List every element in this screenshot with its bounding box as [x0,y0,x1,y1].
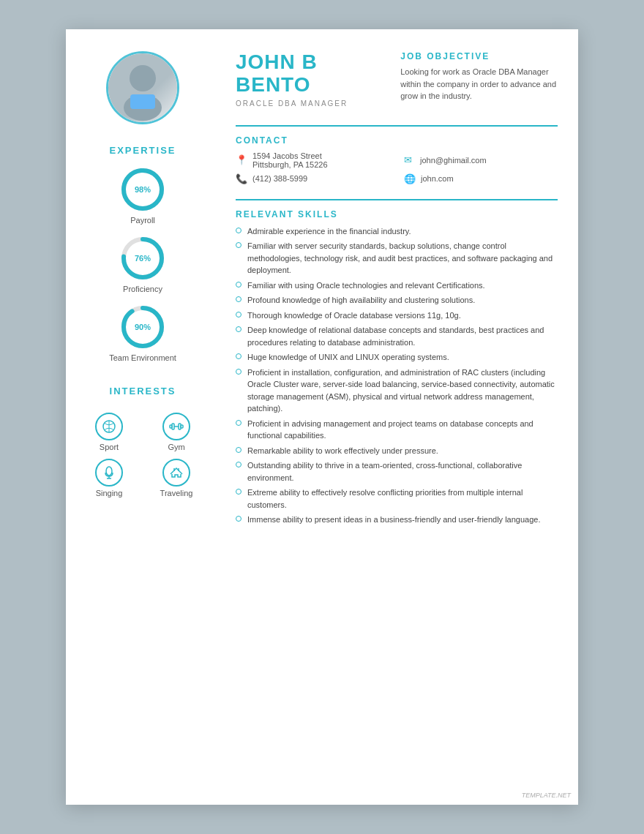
skills-divider [236,199,558,200]
bullet-icon [236,447,242,453]
expertise-team: 90% Team Environment [109,304,176,362]
left-column: EXPERTISE 98% Payroll [66,29,220,805]
resume-header: JOHN B BENTO ORACLE DBA MANAGER JOB OBJE… [236,51,558,108]
list-item: Thorough knowledge of Oracle database ve… [236,309,558,322]
name-block: JOHN B BENTO ORACLE DBA MANAGER [236,51,378,108]
skill-text: Familiar with server security standards,… [247,240,558,277]
donut-proficiency: 76% [119,235,166,282]
contact-title: CONTACT [236,135,558,146]
bullet-icon [236,282,242,288]
watermark: TEMPLATE.NET [522,792,571,799]
svg-rect-12 [172,424,174,429]
avatar-image [108,53,177,122]
interest-traveling: Traveling [146,459,206,497]
list-item: Extreme ability to effectively resolve c… [236,487,558,511]
skill-text: Deep knowledge of relational database co… [247,324,558,348]
website-text: john.com [421,174,454,183]
payroll-percent: 98% [135,185,151,194]
objective-block: JOB OBJECTIVE Looking for work as Oracle… [400,51,558,102]
contact-website: 🌐 john.com [404,173,558,184]
email-icon: ✉ [404,154,415,165]
gym-icon [162,413,190,440]
bullet-icon [236,369,242,375]
team-label: Team Environment [109,353,176,362]
expertise-list: 98% Payroll 76% Proficiency [79,166,206,362]
location-icon: 📍 [236,154,247,165]
interests-grid: Sport Gym [79,413,206,497]
contact-divider [236,125,558,127]
donut-team: 90% [119,304,166,350]
list-item: Immense ability to present ideas in a bu… [236,514,558,526]
skill-text: Thorough knowledge of Oracle database ve… [247,309,461,322]
svg-point-0 [130,65,156,91]
interests-title: INTERESTS [110,386,176,397]
skill-text: Immense ability to present ideas in a bu… [247,514,541,526]
bullet-icon [236,296,242,302]
skill-text: Extreme ability to effectively resolve c… [247,487,558,511]
contact-grid: 📍 1594 Jacobs Street Pittsburgh, PA 1522… [236,151,558,184]
skill-text: Profound knowledge of high availability … [247,294,475,307]
list-item: Proficient in advising management and pr… [236,418,558,442]
list-item: Profound knowledge of high availability … [236,294,558,307]
skill-text: Remarkable ability to work effectively u… [247,445,438,457]
right-column: JOHN B BENTO ORACLE DBA MANAGER JOB OBJE… [220,29,578,805]
proficiency-label: Proficiency [123,285,162,293]
list-item: Proficient in installation, configuratio… [236,367,558,415]
skills-title: RELEVANT SKILLS [236,209,558,219]
expertise-proficiency: 76% Proficiency [119,235,166,293]
list-item: Deep knowledge of relational database co… [236,324,558,348]
traveling-label: Traveling [160,489,193,497]
bullet-icon [236,312,242,318]
contact-address: 📍 1594 Jacobs Street Pittsburgh, PA 1522… [236,151,389,169]
interest-sport: Sport [79,413,139,451]
skill-text: Proficient in advising management and pr… [247,418,558,442]
payroll-label: Payroll [130,216,155,225]
interest-singing: Singing [79,459,139,497]
objective-title: JOB OBJECTIVE [400,51,558,61]
bullet-icon [236,353,242,359]
proficiency-percent: 76% [135,254,151,263]
svg-rect-2 [130,94,155,109]
gym-label: Gym [168,443,184,451]
list-item: Huge knowledge of UNIX and LINUX operati… [236,351,558,364]
skill-text: Familiar with using Oracle technologies … [247,279,485,292]
bullet-icon [236,420,242,426]
expertise-payroll: 98% Payroll [119,166,166,225]
objective-text: Looking for work as Oracle DBA Manager w… [400,66,558,102]
resume-document: EXPERTISE 98% Payroll [66,29,578,805]
list-item: Familiar with using Oracle technologies … [236,279,558,292]
list-item: Familiar with server security standards,… [236,240,558,277]
bullet-icon [236,516,242,522]
skill-text: Proficient in installation, configuratio… [247,367,558,415]
list-item: Admirable experience in the financial in… [236,225,558,238]
interest-gym: Gym [146,413,206,451]
skill-text: Huge knowledge of UNIX and LINUX operati… [247,351,449,364]
svg-rect-13 [179,424,181,429]
sport-icon [95,413,123,440]
singing-label: Singing [96,489,123,497]
team-percent: 90% [135,323,151,331]
full-name: JOHN B BENTO [236,51,378,97]
traveling-icon [162,459,190,487]
bullet-icon [236,326,242,332]
address-text: 1594 Jacobs Street Pittsburgh, PA 15226 [252,151,328,169]
expertise-title: EXPERTISE [110,145,176,156]
sport-label: Sport [100,443,119,451]
bullet-icon [236,489,242,495]
phone-text: (412) 388-5999 [252,174,307,183]
skill-text: Outstanding ability to thrive in a team-… [247,459,558,484]
phone-icon: 📞 [236,173,247,184]
skill-text: Admirable experience in the financial in… [247,225,411,238]
contact-phone: 📞 (412) 388-5999 [236,173,389,184]
contact-email: ✉ john@ghimail.com [404,151,558,169]
skills-list: Admirable experience in the financial in… [236,225,558,526]
svg-point-15 [106,467,112,476]
email-text: john@ghimail.com [420,156,487,165]
bullet-icon [236,242,242,248]
bullet-icon [236,228,242,233]
website-icon: 🌐 [404,173,416,184]
avatar [106,51,179,124]
contact-section: CONTACT 📍 1594 Jacobs Street Pittsburgh,… [236,125,558,184]
bullet-icon [236,462,242,467]
job-title: ORACLE DBA MANAGER [236,99,378,108]
